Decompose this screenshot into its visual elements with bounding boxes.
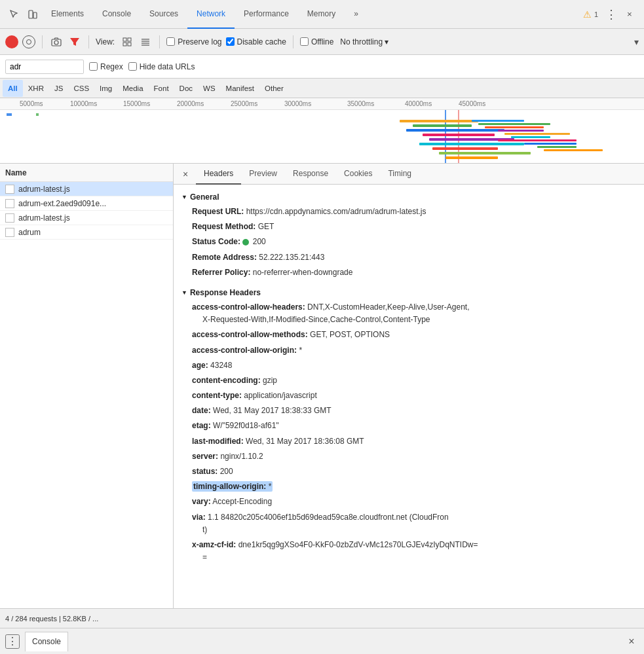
settings-arrow[interactable]: ▾: [634, 37, 639, 47]
type-filter-manifest[interactable]: Manifest: [221, 80, 259, 97]
header-key: access-control-allow-headers:: [192, 302, 305, 312]
file-name: adrum: [18, 228, 41, 237]
svg-rect-25: [445, 156, 498, 159]
tab-console[interactable]: Console: [93, 0, 140, 29]
filter-icon-button[interactable]: [67, 35, 82, 49]
header-row: Status Code: 200: [181, 234, 636, 249]
type-filter-img[interactable]: Img: [94, 80, 117, 97]
tab-preview[interactable]: Preview: [241, 164, 285, 185]
header-row: Request Method: GET: [181, 219, 636, 234]
svg-rect-33: [524, 143, 577, 145]
hide-data-urls-checkbox[interactable]: [128, 62, 137, 71]
type-filter-ws[interactable]: WS: [198, 80, 221, 97]
response-headers-section-header[interactable]: ▼ Response Headers: [181, 285, 636, 300]
inspect-icon[interactable]: [5, 5, 24, 24]
list-item[interactable]: adrum-latest.js: [0, 211, 173, 225]
header-row: content-encoding: gzip: [181, 373, 636, 388]
header-row: access-control-allow-origin: *: [181, 343, 636, 358]
tab-headers[interactable]: Headers: [196, 164, 241, 185]
disable-cache-checkbox[interactable]: [226, 37, 235, 46]
header-val: Wed, 31 May 2017 18:36:08 GMT: [246, 437, 364, 446]
header-row: status: 200: [181, 464, 636, 479]
header-key: Request URL:: [192, 207, 244, 216]
file-icon: [5, 199, 14, 208]
timeline-area: 5000ms 10000ms 15000ms 20000ms 25000ms 3…: [0, 98, 644, 164]
alert-badge[interactable]: ⚠ 1: [579, 8, 602, 21]
svg-rect-8: [128, 43, 131, 46]
tick-1: 5000ms: [20, 100, 43, 107]
header-key: last-modified:: [192, 437, 244, 446]
hide-data-urls-label[interactable]: Hide data URLs: [128, 62, 195, 71]
detail-panel: × Headers Preview Response Cookies Timin…: [174, 164, 644, 608]
status-text: 4 / 284 requests | 52.8KB / ...: [5, 615, 639, 623]
tab-network[interactable]: Network: [187, 0, 235, 29]
tick-7: 35000ms: [347, 100, 374, 107]
tick-6: 30000ms: [284, 100, 311, 107]
tab-memory[interactable]: Memory: [298, 0, 345, 29]
console-tab-button[interactable]: Console: [25, 632, 68, 651]
stop-button[interactable]: [22, 35, 35, 48]
header-key: Remote Address:: [192, 253, 257, 262]
header-val: Accept-Encoding: [212, 497, 272, 506]
svg-rect-6: [128, 38, 131, 41]
offline-label[interactable]: Offline: [300, 37, 333, 46]
preserve-log-label[interactable]: Preserve log: [166, 37, 221, 46]
header-key: access-control-allow-origin:: [192, 346, 297, 355]
header-val: 200: [242, 237, 265, 246]
camera-button[interactable]: [49, 35, 64, 49]
type-filter-media[interactable]: Media: [117, 80, 148, 97]
tab-response[interactable]: Response: [285, 164, 336, 185]
waterfall-view-button[interactable]: [138, 35, 153, 49]
header-key: date:: [192, 406, 211, 415]
svg-rect-28: [485, 126, 544, 128]
type-filter-font[interactable]: Font: [149, 80, 174, 97]
header-val: GET, POST, OPTIONS: [310, 330, 390, 339]
header-row: access-control-allow-methods: GET, POST,…: [181, 327, 636, 342]
throttling-selector[interactable]: No throttling ▾: [340, 37, 388, 46]
tab-timing[interactable]: Timing: [380, 164, 419, 185]
header-val: 43248: [210, 361, 232, 370]
type-filter-other[interactable]: Other: [259, 80, 289, 97]
tick-4: 20000ms: [177, 100, 204, 107]
preserve-log-checkbox[interactable]: [166, 37, 175, 46]
type-filter-doc[interactable]: Doc: [174, 80, 198, 97]
header-row: content-type: application/javascript: [181, 388, 636, 403]
svg-rect-31: [511, 136, 550, 138]
tab-performance[interactable]: Performance: [235, 0, 298, 29]
list-item[interactable]: adrum-latest.js: [0, 182, 173, 196]
header-key: timing-allow-origin:: [193, 482, 266, 491]
record-button[interactable]: [5, 35, 18, 48]
status-bar: 4 / 284 requests | 52.8KB / ...: [0, 608, 644, 628]
device-mode-icon[interactable]: [24, 5, 42, 24]
list-item[interactable]: adrum-ext.2aed9d091e...: [0, 196, 173, 211]
regex-checkbox[interactable]: [89, 62, 98, 71]
close-detail-button[interactable]: ×: [179, 168, 192, 181]
type-filter-row: All XHR JS CSS Img Media Font Doc WS Man…: [0, 79, 644, 98]
header-row: etag: W/"592f0d18-af61": [181, 418, 636, 433]
grid-view-button[interactable]: [120, 35, 134, 49]
console-menu-button[interactable]: ⋮: [5, 634, 20, 649]
tab-cookies[interactable]: Cookies: [336, 164, 380, 185]
header-val: Wed, 31 May 2017 18:38:33 GMT: [213, 406, 331, 415]
list-item[interactable]: adrum: [0, 225, 173, 240]
type-filter-all[interactable]: All: [3, 80, 23, 97]
tab-elements[interactable]: Elements: [42, 0, 93, 29]
more-options-button[interactable]: ⋮: [602, 5, 620, 24]
type-filter-css[interactable]: CSS: [68, 80, 94, 97]
svg-rect-29: [498, 130, 544, 132]
close-devtools-button[interactable]: ×: [620, 5, 639, 24]
type-filter-xhr[interactable]: XHR: [23, 80, 49, 97]
tab-sources[interactable]: Sources: [140, 0, 187, 29]
general-section-header[interactable]: ▼ General: [181, 190, 636, 204]
regex-label[interactable]: Regex: [89, 62, 123, 71]
header-val: W/"592f0d18-af61": [213, 421, 279, 430]
svg-rect-15: [7, 113, 12, 116]
tab-more[interactable]: »: [345, 0, 368, 29]
offline-checkbox[interactable]: [300, 37, 309, 46]
type-filter-js[interactable]: JS: [49, 80, 68, 97]
disable-cache-label[interactable]: Disable cache: [226, 37, 286, 46]
close-console-button[interactable]: ×: [624, 634, 639, 649]
search-input[interactable]: [5, 60, 84, 74]
svg-rect-18: [413, 124, 472, 127]
filter-row: Regex Hide data URLs: [0, 55, 644, 79]
